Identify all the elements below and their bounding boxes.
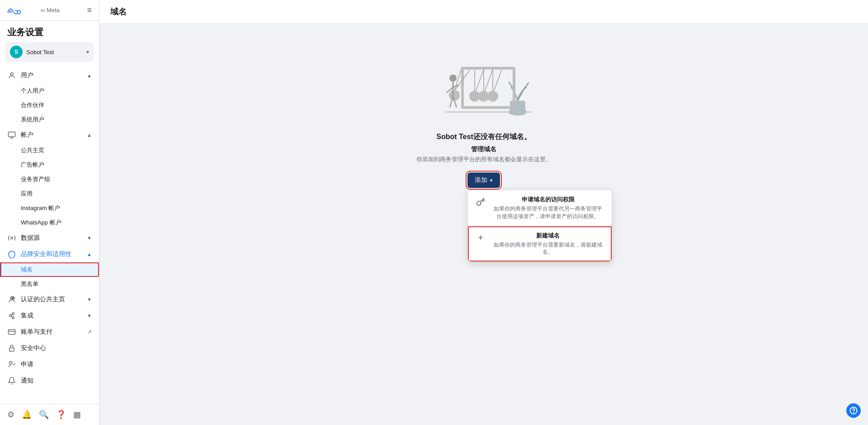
add-button-chevron-icon: ▾ <box>490 177 493 183</box>
svg-rect-13 <box>461 67 515 70</box>
svg-rect-15 <box>513 67 515 107</box>
nav-group-certified-pages-label: 认证的公共主页 <box>21 295 65 304</box>
billing-icon <box>7 327 16 336</box>
nav-sub-whatsapp[interactable]: WhatsApp 帐户 <box>0 215 99 230</box>
nav-group-users[interactable]: 用户 ▲ <box>0 67 99 84</box>
sidebar-header: ∞ ∞ Meta ≡ <box>0 0 99 21</box>
account-selector[interactable]: S Sobot Test ▾ <box>5 42 94 62</box>
security-icon <box>7 344 16 353</box>
dropdown-item-create-title: 新建域名 <box>491 232 604 240</box>
svg-rect-9 <box>9 348 14 351</box>
nav-group-integrations-label: 集成 <box>21 312 33 320</box>
nav-group-users-label: 用户 <box>21 71 33 79</box>
meta-logo-svg: ∞ <box>7 6 25 15</box>
nav-group-notifications-label: 通知 <box>21 377 33 385</box>
add-dropdown-menu: 申请域名的访问权限 如果你的商务管理平台需要代另一商务管理平台使用这项资产，请申… <box>467 190 612 262</box>
sidebar: ∞ ∞ Meta ≡ 业务设置 S Sobot Test ▾ 用户 ▲ 个人用户… <box>0 0 99 425</box>
nav-group-accounts-label: 帐户 <box>21 131 33 139</box>
main-header: 域名 <box>99 0 868 24</box>
nav-sub-ad-accounts[interactable]: 广告帐户 <box>0 158 99 172</box>
svg-text:∞: ∞ <box>7 8 12 15</box>
brand-safety-icon <box>7 250 16 259</box>
settings-icon[interactable]: ⚙ <box>7 410 14 420</box>
users-icon <box>7 71 16 80</box>
nav-sub-apps[interactable]: 应用 <box>0 187 99 201</box>
nav-sub-domain[interactable]: 域名 <box>0 262 99 277</box>
empty-state-illustration <box>434 42 533 123</box>
nav-sub-blacklist[interactable]: 黑名单 <box>0 277 99 291</box>
requests-icon <box>7 360 16 369</box>
brand-safety-chevron-icon: ▲ <box>87 252 92 257</box>
bottom-right-help-icon[interactable] <box>846 403 861 418</box>
nav-group-billing-label: 账单与支付 <box>21 328 52 336</box>
svg-rect-2 <box>9 132 15 137</box>
dropdown-item-request-access[interactable]: 申请域名的访问权限 如果你的商务管理平台需要代另一商务管理平台使用这项资产，请申… <box>468 190 612 226</box>
dropdown-item-create-desc: 如果你的商务管理平台需要新域名，请新建域名。 <box>491 241 604 257</box>
data-sources-icon <box>7 234 16 243</box>
sidebar-app-title: 业务设置 <box>0 21 99 42</box>
nav-group-brand-safety[interactable]: 品牌安全和适用性 ▲ <box>0 246 99 262</box>
main-content: Sobot Test还没有任何域名。 管理域名 你添加到商务管理平台的所有域名都… <box>99 24 868 425</box>
account-name: Sobot Test <box>26 49 83 56</box>
svg-line-18 <box>475 70 484 94</box>
certified-pages-icon <box>7 295 16 304</box>
dropdown-item-request-title: 申请域名的访问权限 <box>491 196 604 204</box>
svg-line-20 <box>484 70 493 94</box>
nav-group-requests[interactable]: 申请 <box>0 356 99 373</box>
add-button-label: 添加 <box>475 176 487 184</box>
empty-state-title: Sobot Test还没有任何域名。 <box>436 132 531 142</box>
hamburger-icon[interactable]: ≡ <box>87 5 92 15</box>
chevron-down-icon: ▾ <box>86 49 89 55</box>
main-panel: 域名 <box>99 0 868 425</box>
nav-group-brand-safety-label: 品牌安全和适用性 <box>21 250 71 258</box>
nav-group-integrations[interactable]: 集成 ▼ <box>0 308 99 324</box>
nav-sub-partners[interactable]: 合作伙伴 <box>0 98 99 112</box>
search-icon[interactable]: 🔍 <box>39 410 49 420</box>
meta-text: ∞ Meta <box>41 7 60 14</box>
nav-group-security[interactable]: 安全中心 <box>0 340 99 356</box>
svg-line-22 <box>493 70 502 94</box>
key-icon <box>475 196 486 207</box>
notifications-nav-icon <box>7 376 16 385</box>
svg-point-10 <box>9 361 12 364</box>
nav-group-data-sources[interactable]: 数据源 ▼ <box>0 230 99 246</box>
dropdown-item-create-new[interactable]: + 新建域名 如果你的商务管理平台需要新域名，请新建域名。 <box>468 226 612 262</box>
empty-state-description: 你添加到商务管理平台的所有域名都会显示在这里。 <box>416 155 552 163</box>
nav-group-data-sources-label: 数据源 <box>21 234 40 242</box>
nav-group-certified-pages[interactable]: 认证的公共主页 ▼ <box>0 291 99 308</box>
dropdown-item-request-desc: 如果你的商务管理平台需要代另一商务管理平台使用这项资产，请申请资产的访问权限。 <box>491 205 604 220</box>
sidebar-bottom-bar: ⚙ 🔔 🔍 ❓ ▦ <box>0 404 99 425</box>
users-chevron-icon: ▲ <box>87 73 92 78</box>
svg-rect-8 <box>9 330 15 335</box>
svg-point-5 <box>9 315 12 317</box>
nav-sub-system-users[interactable]: 系统用户 <box>0 112 99 127</box>
svg-rect-14 <box>461 67 464 107</box>
svg-point-29 <box>449 75 457 82</box>
nav-sub-personal-users[interactable]: 个人用户 <box>0 84 99 98</box>
data-sources-chevron-icon: ▼ <box>87 235 92 241</box>
nav-group-notifications[interactable]: 通知 <box>0 373 99 389</box>
add-button-wrapper: 添加 ▾ 申请域名的访问权限 如果你的商务管理平台需要代另一商务管理平台使用这项… <box>467 173 500 188</box>
nav-section: 用户 ▲ 个人用户 合作伙伴 系统用户 帐户 ▲ 公共主页 广告帐户 业务资产组… <box>0 65 99 391</box>
empty-state: Sobot Test还没有任何域名。 管理域名 你添加到商务管理平台的所有域名都… <box>416 42 552 188</box>
account-avatar: S <box>10 46 23 58</box>
page-title: 域名 <box>110 6 857 17</box>
nav-sub-business-assets[interactable]: 业务资产组 <box>0 172 99 187</box>
nav-group-accounts[interactable]: 帐户 ▲ <box>0 127 99 143</box>
certified-pages-chevron-icon: ▼ <box>87 297 92 302</box>
svg-rect-16 <box>461 106 515 109</box>
empty-state-subtitle: 管理域名 <box>471 145 496 154</box>
accounts-chevron-icon: ▲ <box>87 132 92 138</box>
nav-group-security-label: 安全中心 <box>21 344 46 352</box>
add-button[interactable]: 添加 ▾ <box>467 173 500 188</box>
help-icon[interactable]: ❓ <box>56 410 66 420</box>
nav-sub-public-page[interactable]: 公共主页 <box>0 143 99 158</box>
nav-sub-instagram[interactable]: Instagram 帐户 <box>0 201 99 215</box>
grid-icon[interactable]: ▦ <box>73 410 81 420</box>
accounts-icon <box>7 131 16 140</box>
meta-logo: ∞ ∞ Meta <box>7 6 60 15</box>
nav-group-billing[interactable]: 账单与支付 ↗ <box>0 324 99 340</box>
plus-icon: + <box>475 233 486 243</box>
integrations-icon <box>7 311 16 320</box>
bell-icon[interactable]: 🔔 <box>22 410 32 420</box>
